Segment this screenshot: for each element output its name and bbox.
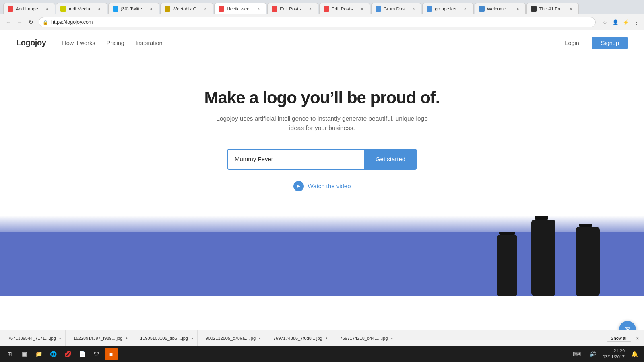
browser-tab-t7[interactable]: Edit Post -... × xyxy=(319,3,370,14)
play-icon: ▶ xyxy=(293,181,304,191)
tab-favicon xyxy=(272,6,277,12)
menu-icon[interactable]: ⋮ xyxy=(632,18,641,27)
svg-rect-5 xyxy=(579,224,592,227)
browser-chrome: Add Image... × Aldi Media... × (30) Twit… xyxy=(0,0,644,30)
nav-pricing[interactable]: Pricing xyxy=(106,40,124,46)
tab-close-t1[interactable]: × xyxy=(44,6,50,12)
tab-close-t6[interactable]: × xyxy=(308,6,313,12)
tab-label: Hectic wee... xyxy=(227,6,253,11)
profile-icon[interactable]: 👤 xyxy=(611,18,620,27)
tab-favicon xyxy=(427,6,432,12)
tab-label: Welcome t... xyxy=(487,6,513,11)
address-bar-row: ← → ↻ 🔒 ☆ 👤 ⚡ ⋮ xyxy=(0,14,644,30)
address-right-icons: ☆ 👤 ⚡ ⋮ xyxy=(601,18,641,27)
tab-close-t3[interactable]: × xyxy=(149,6,154,12)
tab-close-t4[interactable]: × xyxy=(202,6,208,12)
hero-input-row: Get started xyxy=(227,149,417,170)
tab-favicon xyxy=(531,6,537,12)
tab-close-t10[interactable]: × xyxy=(515,6,520,12)
get-started-button[interactable]: Get started xyxy=(364,149,417,170)
svg-rect-3 xyxy=(535,216,548,220)
browser-tab-t4[interactable]: Weetabix C... × xyxy=(160,3,214,14)
browser-tab-t11[interactable]: The #1 Fre... × xyxy=(526,3,579,14)
browser-tab-t6[interactable]: Edit Post -... × xyxy=(267,3,318,14)
tab-favicon xyxy=(324,6,329,12)
watch-video-link[interactable]: ▶ Watch the video xyxy=(293,181,351,191)
tab-label: The #1 Fre... xyxy=(539,6,566,11)
navbar-links: How it works Pricing Inspiration xyxy=(62,40,560,46)
tab-label: Edit Post -... xyxy=(280,6,305,11)
browser-tab-t9[interactable]: go ape ker... × xyxy=(422,3,473,14)
navbar-actions: Login Signup xyxy=(560,37,628,49)
tab-label: go ape ker... xyxy=(435,6,460,11)
tab-close-t11[interactable]: × xyxy=(568,6,574,12)
svg-rect-4 xyxy=(531,220,555,296)
website: Logojoy How it works Pricing Inspiration… xyxy=(0,30,644,296)
browser-tab-t8[interactable]: Grum Das... × xyxy=(371,3,422,14)
brand-logo[interactable]: Logojoy xyxy=(16,38,46,47)
bottles-svg xyxy=(459,216,620,296)
tab-label: Grum Das... xyxy=(384,6,409,11)
browser-tab-t3[interactable]: (30) Twitte... × xyxy=(108,3,159,14)
tab-label: Edit Post -... xyxy=(332,6,357,11)
tab-favicon xyxy=(60,6,66,12)
navbar: Logojoy How it works Pricing Inspiration… xyxy=(0,30,644,56)
tab-favicon xyxy=(165,6,170,12)
reload-button[interactable]: ↻ xyxy=(26,17,36,27)
tab-label: (30) Twitte... xyxy=(121,6,146,11)
nav-how-it-works[interactable]: How it works xyxy=(62,40,95,46)
browser-tab-t5[interactable]: Hectic wee... × xyxy=(214,3,266,14)
hero-section: Make a logo you’ll be proud of. Logojoy … xyxy=(0,56,644,216)
watch-video-label: Watch the video xyxy=(308,183,351,189)
login-button[interactable]: Login xyxy=(560,37,584,49)
tab-label: Weetabix C... xyxy=(173,6,200,11)
tab-label: Add Image... xyxy=(16,6,42,11)
bookmark-icon[interactable]: ☆ xyxy=(601,18,609,27)
extensions-icon[interactable]: ⚡ xyxy=(621,18,630,27)
svg-rect-1 xyxy=(499,232,515,235)
tab-favicon xyxy=(479,6,485,12)
bottom-section xyxy=(0,216,644,296)
browser-tab-t10[interactable]: Welcome t... × xyxy=(475,3,526,14)
tab-close-t8[interactable]: × xyxy=(411,6,416,12)
address-input[interactable] xyxy=(39,17,596,27)
tab-close-t7[interactable]: × xyxy=(359,6,365,12)
nav-buttons: ← → ↻ xyxy=(3,17,36,27)
svg-rect-6 xyxy=(576,227,600,296)
tab-label: Aldi Media... xyxy=(68,6,94,11)
tab-favicon xyxy=(219,6,224,12)
tab-close-t9[interactable]: × xyxy=(463,6,469,12)
nav-inspiration[interactable]: Inspiration xyxy=(136,40,163,46)
svg-rect-2 xyxy=(497,235,517,296)
browser-tab-t1[interactable]: Add Image... × xyxy=(3,3,55,14)
hero-subtitle: Logojoy uses artificial intelligence to … xyxy=(209,114,435,133)
browser-tab-t2[interactable]: Aldi Media... × xyxy=(56,3,107,14)
hero-title: Make a logo you’ll be proud of. xyxy=(204,88,440,107)
forward-button[interactable]: → xyxy=(14,17,25,27)
tab-close-t2[interactable]: × xyxy=(97,6,102,12)
business-name-input[interactable] xyxy=(227,149,364,170)
tab-favicon xyxy=(8,6,13,12)
tab-favicon xyxy=(113,6,118,12)
signup-button[interactable]: Signup xyxy=(592,37,628,49)
tab-close-t5[interactable]: × xyxy=(256,6,261,12)
tab-favicon xyxy=(376,6,381,12)
tab-bar: Add Image... × Aldi Media... × (30) Twit… xyxy=(0,0,644,14)
address-bar-wrapper: 🔒 xyxy=(39,17,596,27)
back-button[interactable]: ← xyxy=(3,17,14,27)
lock-icon: 🔒 xyxy=(43,20,48,25)
